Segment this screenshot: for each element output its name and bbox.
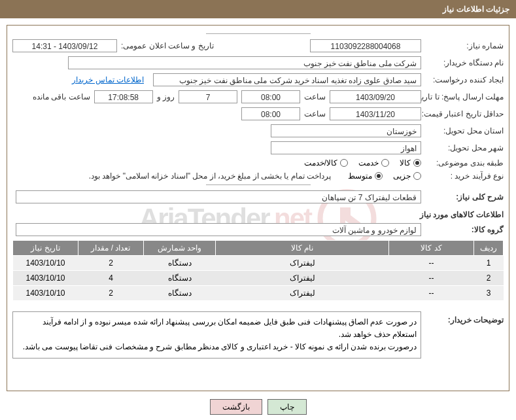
radio-icon [375,172,383,180]
deadline-hour-label: ساعت [304,92,326,101]
main-panel: AriaTender.net شماره نیاز: 1103092288004… [7,25,509,391]
process-radio-group: جزیی متوسط [348,171,421,181]
province-field: خوزستان [271,124,421,137]
table-cell: دستگاه [144,271,216,286]
days-remaining-field: 7 [179,90,237,103]
process-label: نوع فرآیند خرید : [425,171,504,181]
table-cell: لیفتراک [216,286,389,301]
time-remaining-field: 17:08:58 [94,90,153,103]
buyer-contact-link[interactable]: اطلاعات تماس خریدار [72,75,144,84]
summary-label: شرح کلی نیاز: [425,192,504,201]
province-label: استان محل تحویل: [425,126,504,135]
process-radio-minor[interactable]: جزیی [393,171,421,181]
validity-label: حداقل تاریخ اعتبار قیمت: تا تاریخ: [425,109,504,118]
th-date: تاریخ نیاز [13,241,78,256]
table-cell: 1403/10/10 [13,271,78,286]
summary-field: قطعات لیفتراک 7 تن سپاهان [16,190,421,203]
deadline-date-field: 1403/09/20 [330,90,421,103]
table-cell: -- [389,286,474,301]
buyer-field: شرکت ملی مناطق نفت خیز جنوب [68,56,421,69]
table-cell: 3 [474,286,504,301]
radio-icon [413,172,421,180]
category-radio-goods[interactable]: کالا [400,158,421,167]
th-row: ردیف [474,241,504,256]
category-radio-group: کالا خدمت کالا/خدمت [304,158,421,167]
table-cell: -- [389,271,474,286]
form-area: شماره نیاز: 1103092288004068 تاریخ و ساع… [12,39,504,359]
goods-info-title: اطلاعات کالاهای مورد نیاز [12,210,504,219]
radio-label: متوسط [348,171,372,181]
mid-divider [206,184,311,185]
table-row: 2--لیفتراکدستگاه41403/10/10 [13,271,504,286]
days-label: روز و [157,92,175,101]
creator-field: سید صادق علوی زاده تغذیه اسناد خرید شرکت… [153,73,421,86]
category-radio-both[interactable]: کالا/خدمت [304,158,348,167]
creator-label: ایجاد کننده درخواست: [425,75,504,84]
row-province: استان محل تحویل: خوزستان [12,124,504,137]
category-radio-service[interactable]: خدمت [358,158,389,167]
table-cell: دستگاه [144,286,216,301]
row-need-number: شماره نیاز: 1103092288004068 تاریخ و ساع… [12,39,504,52]
row-process: نوع فرآیند خرید : جزیی متوسط پرداخت تمام… [12,171,504,181]
validity-date-field: 1403/11/20 [330,107,421,120]
radio-icon [413,159,421,167]
row-buyer: نام دستگاه خریدار: شرکت ملی مناطق نفت خی… [12,56,504,69]
announce-label: تاریخ و ساعت اعلان عمومی: [121,41,214,50]
announce-field: 1403/09/12 - 14:31 [12,39,117,52]
print-button[interactable]: چاپ [267,399,307,415]
goods-table: ردیف کد کالا نام کالا واحد شمارش تعداد /… [12,240,504,301]
table-cell: 1 [474,256,504,271]
validity-hour-field: 08:00 [241,107,300,120]
group-field: لوازم خودرو و ماشین آلات [16,223,421,236]
top-divider [206,33,311,34]
th-unit: واحد شمارش [144,241,216,256]
need-number-field: 1103092288004068 [310,39,421,52]
th-name: نام کالا [216,241,389,256]
table-cell: دستگاه [144,256,216,271]
radio-label: کالا [400,158,411,167]
deadline-hour-field: 08:00 [241,90,300,103]
table-cell: 2 [78,256,144,271]
table-row: 3--لیفتراکدستگاه21403/10/10 [13,286,504,301]
table-cell: 1403/10/10 [13,286,78,301]
page-header: جزئیات اطلاعات نیاز [0,0,516,18]
radio-label: کالا/خدمت [304,158,337,167]
row-creator: ایجاد کننده درخواست: سید صادق علوی زاده … [12,73,504,86]
group-label: گروه کالا: [425,225,504,234]
radio-icon [381,159,389,167]
table-cell: لیفتراک [216,256,389,271]
buyer-notes-box: در صورت عدم الصاق پیشنهادات فنی طبق فایل… [12,311,421,359]
row-validity: حداقل تاریخ اعتبار قیمت: تا تاریخ: 1403/… [12,107,504,120]
row-buyer-notes: توضیحات خریدار: در صورت عدم الصاق پیشنها… [12,306,504,359]
th-qty: تعداد / مقدار [78,241,144,256]
category-label: طبقه بندی موضوعی: [425,158,504,167]
back-button[interactable]: بازگشت [210,399,262,415]
radio-label: خدمت [358,158,379,167]
table-header-row: ردیف کد کالا نام کالا واحد شمارش تعداد /… [13,241,504,256]
row-deadline: مهلت ارسال پاسخ: تا تاریخ: 1403/09/20 سا… [12,90,504,103]
table-row: 1--لیفتراکدستگاه21403/10/10 [13,256,504,271]
table-cell: -- [389,256,474,271]
radio-icon [340,159,348,167]
table-cell: 1403/10/10 [13,256,78,271]
row-city: شهر محل تحویل: اهواز [12,141,504,154]
button-row: چاپ بازگشت [0,399,516,415]
process-radio-medium[interactable]: متوسط [348,171,383,181]
deadline-label: مهلت ارسال پاسخ: تا تاریخ: [425,92,504,101]
row-category: طبقه بندی موضوعی: کالا خدمت کالا/خدمت [12,158,504,167]
process-note: پرداخت تمام یا بخشی از مبلغ خرید، از محل… [89,171,331,181]
row-group: گروه کالا: لوازم خودرو و ماشین آلات [12,223,504,236]
page-title: جزئیات اطلاعات نیاز [443,5,509,14]
city-label: شهر محل تحویل: [425,143,504,152]
table-cell: 2 [78,286,144,301]
table-cell: 2 [474,271,504,286]
table-cell: لیفتراک [216,271,389,286]
remaining-label: ساعت باقی مانده [33,92,90,101]
validity-hour-label: ساعت [304,109,326,118]
buyer-notes-label: توضیحات خریدار: [425,306,504,324]
radio-label: جزیی [393,171,411,181]
row-summary: شرح کلی نیاز: قطعات لیفتراک 7 تن سپاهان [12,190,504,203]
city-field: اهواز [271,141,421,154]
th-code: کد کالا [389,241,474,256]
table-cell: 4 [78,271,144,286]
